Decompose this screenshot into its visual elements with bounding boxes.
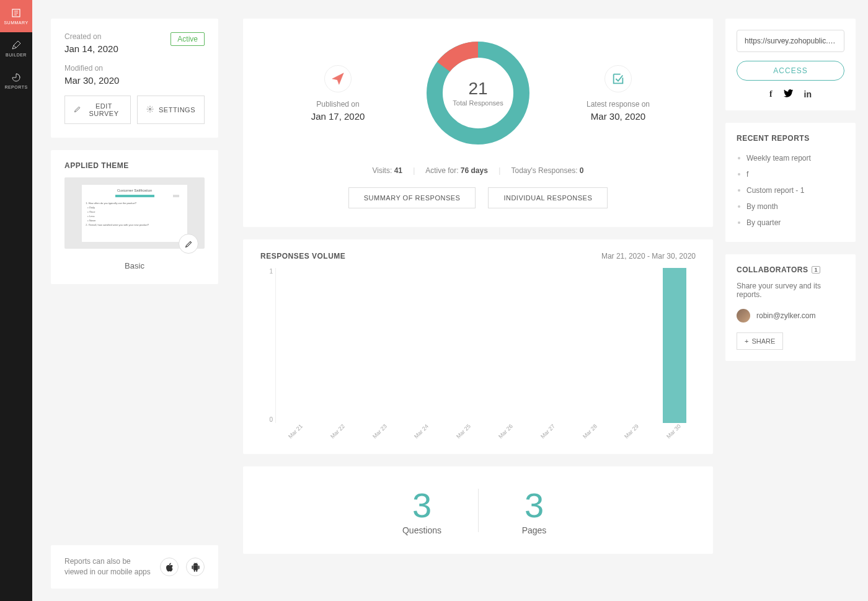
apple-icon[interactable]: [160, 558, 179, 576]
recent-reports-card: RECENT REPORTS Weekly team reportfCustom…: [725, 123, 856, 242]
pencil-icon: [74, 105, 81, 114]
report-list: Weekly team reportfCustom report - 1By m…: [737, 150, 844, 231]
survey-url[interactable]: https://survey.zohopublic.co...: [737, 30, 844, 52]
collaborator-email: robin@zylker.com: [756, 311, 816, 320]
linkedin-icon[interactable]: in: [804, 89, 812, 99]
bar-slot: [402, 268, 444, 423]
theme-preview-title: Customer Salification: [86, 189, 184, 192]
volume-date-range: Mar 21, 2020 - Mar 30, 2020: [601, 252, 696, 260]
pages-count: 3: [479, 485, 590, 525]
recent-reports-title: RECENT REPORTS: [737, 134, 844, 143]
individual-responses-button[interactable]: INDIVIDUAL RESPONSES: [488, 187, 608, 208]
questions-pages-card: 3 Questions 3 Pages: [243, 466, 713, 554]
report-list-item[interactable]: By month: [737, 198, 844, 215]
questions-stat: 3 Questions: [366, 485, 478, 535]
android-icon[interactable]: [186, 558, 205, 576]
report-list-item[interactable]: f: [737, 166, 844, 182]
theme-name: Basic: [64, 261, 205, 270]
total-responses-count: 21: [468, 79, 487, 99]
applied-theme-card: APPLIED THEME Customer Salification 1. H…: [51, 150, 218, 284]
collaborators-card: COLLABORATORS 1 Share your survey and it…: [725, 254, 856, 361]
theme-preview[interactable]: Customer Salification 1. How often do yo…: [64, 177, 205, 249]
modified-label: Modified on: [64, 64, 205, 73]
published-value: Jan 17, 2020: [282, 111, 394, 122]
bar-slot: [360, 268, 402, 423]
total-responses-label: Total Responses: [453, 99, 503, 107]
bar-slot: [444, 268, 486, 423]
share-label: SHARE: [751, 337, 775, 345]
report-list-item[interactable]: Weekly team report: [737, 150, 844, 166]
edit-survey-label: EDIT SURVEY: [86, 102, 122, 117]
report-list-item[interactable]: Custom report - 1: [737, 182, 844, 198]
latest-value: Mar 30, 2020: [562, 111, 674, 122]
mobile-apps-note: Reports can also be viewed in our mobile…: [51, 545, 218, 589]
avatar: [737, 309, 750, 323]
sidenav-label: BUILDER: [6, 53, 27, 57]
checkmark-icon: [604, 65, 632, 92]
modified-value: Mar 30, 2020: [64, 75, 205, 86]
questions-label: Questions: [366, 525, 478, 535]
sidenav-reports[interactable]: REPORTS: [0, 65, 32, 97]
twitter-icon[interactable]: [784, 89, 793, 99]
side-nav: SUMMARY BUILDER REPORTS: [0, 0, 32, 601]
summary-responses-button[interactable]: SUMMARY OF RESPONSES: [348, 187, 476, 208]
paper-plane-icon: [324, 65, 352, 92]
share-button[interactable]: + SHARE: [737, 332, 783, 350]
gear-icon: [146, 105, 154, 114]
mobile-note-text: Reports can also be viewed in our mobile…: [64, 556, 153, 577]
svg-point-4: [149, 109, 151, 110]
survey-info-card: Active Created on Jan 14, 2020 Modified …: [51, 19, 218, 138]
stats-bar: Visits: 41 | Active for: 76 days | Today…: [268, 166, 688, 175]
bar-slot: [318, 268, 360, 423]
settings-label: SETTINGS: [159, 106, 195, 114]
bar-slot: [276, 268, 318, 423]
theme-edit-button[interactable]: [179, 234, 198, 254]
responses-volume-card: RESPONSES VOLUME Mar 21, 2020 - Mar 30, …: [243, 239, 713, 454]
overview-card: Published on Jan 17, 2020 21 Total Respo…: [243, 19, 713, 227]
bar-slot: [528, 268, 570, 423]
latest-response-stat: Latest response on Mar 30, 2020: [562, 65, 674, 122]
summary-icon: [11, 7, 22, 19]
sidenav-label: SUMMARY: [4, 20, 28, 25]
collaborator-user: robin@zylker.com: [737, 309, 844, 323]
plus-icon: +: [745, 337, 748, 345]
bar-slot: [570, 268, 612, 423]
responses-donut: 21 Total Responses: [422, 37, 534, 149]
volume-title: RESPONSES VOLUME: [260, 252, 345, 260]
questions-count: 3: [366, 485, 478, 525]
sidenav-summary[interactable]: SUMMARY: [0, 0, 32, 32]
pages-stat: 3 Pages: [479, 485, 590, 535]
access-card: https://survey.zohopublic.co... ACCESS f…: [725, 19, 856, 110]
access-button[interactable]: ACCESS: [737, 61, 844, 81]
pie-icon: [11, 72, 22, 83]
settings-button[interactable]: SETTINGS: [137, 96, 205, 124]
sidenav-builder[interactable]: BUILDER: [0, 32, 32, 65]
theme-title: APPLIED THEME: [51, 150, 218, 177]
bar-slot: [612, 268, 654, 423]
facebook-icon[interactable]: f: [769, 89, 773, 99]
chart-bar: [663, 268, 686, 423]
sidenav-label: REPORTS: [4, 85, 27, 89]
latest-label: Latest response on: [562, 100, 674, 109]
published-stat: Published on Jan 17, 2020: [282, 65, 394, 122]
pages-label: Pages: [479, 525, 590, 535]
published-label: Published on: [282, 100, 394, 109]
pencil-icon: [11, 40, 22, 51]
bar-slot: [486, 268, 528, 423]
volume-chart: 10 Mar 21Mar 22Mar 23Mar 24Mar 25Mar 26M…: [260, 268, 696, 442]
report-list-item[interactable]: By quarter: [737, 215, 844, 231]
collaborators-subtitle: Share your survey and its reports.: [737, 282, 844, 299]
edit-survey-button[interactable]: EDIT SURVEY: [64, 96, 131, 124]
collaborator-count: 1: [812, 266, 820, 274]
bar-slot: [653, 268, 696, 423]
collaborators-title: COLLABORATORS 1: [737, 265, 844, 274]
status-badge: Active: [170, 32, 205, 46]
